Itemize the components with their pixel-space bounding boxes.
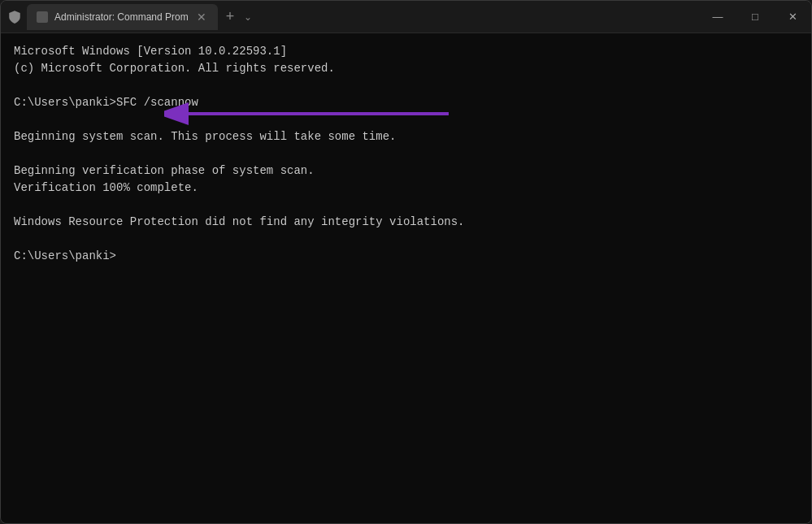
maximize-button[interactable]: □ (736, 1, 774, 33)
tab-close-button[interactable]: ✕ (195, 11, 208, 24)
terminal-blank-4 (14, 197, 798, 214)
titlebar: Administrator: Command Prom ✕ + ⌄ — □ ✕ (1, 1, 811, 33)
terminal-line-1: Microsoft Windows [Version 10.0.22593.1] (14, 43, 798, 60)
terminal-line-8: C:\Users\panki> (14, 248, 798, 265)
terminal-line-2: (c) Microsoft Corporation. All rights re… (14, 60, 798, 77)
shield-icon (7, 10, 22, 24)
cmd-icon (37, 11, 48, 23)
terminal-blank-2 (14, 111, 798, 128)
terminal-blank-3 (14, 145, 798, 162)
terminal-line-7: Windows Resource Protection did not find… (14, 214, 798, 231)
terminal-line-4: Beginning system scan. This process will… (14, 128, 798, 145)
terminal-blank-5 (14, 231, 798, 248)
window-controls: — □ ✕ (699, 1, 811, 33)
close-button[interactable]: ✕ (774, 1, 811, 33)
terminal-line-6: Verification 100% complete. (14, 180, 798, 197)
terminal-blank-1 (14, 77, 798, 94)
terminal-line-3: C:\Users\panki>SFC /scannow (14, 94, 798, 111)
tab-bar: Administrator: Command Prom ✕ + ⌄ (27, 1, 699, 32)
dropdown-button[interactable]: ⌄ (241, 11, 255, 23)
terminal-body[interactable]: Microsoft Windows [Version 10.0.22593.1]… (1, 33, 811, 523)
terminal-line-5: Beginning verification phase of system s… (14, 162, 798, 180)
new-tab-button[interactable]: + (219, 8, 241, 25)
terminal-content: Microsoft Windows [Version 10.0.22593.1]… (14, 43, 798, 265)
window: Administrator: Command Prom ✕ + ⌄ — □ ✕ … (0, 0, 812, 524)
active-tab[interactable]: Administrator: Command Prom ✕ (27, 4, 218, 30)
tab-title: Administrator: Command Prom (54, 11, 189, 23)
minimize-button[interactable]: — (699, 1, 736, 33)
